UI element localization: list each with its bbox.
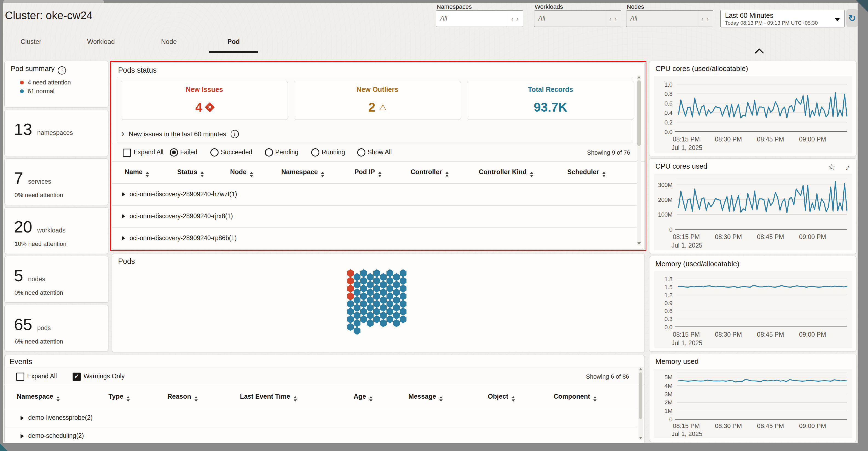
summary-card-namespaces[interactable]: 13namespaces <box>4 110 108 156</box>
pods-col-scheduler[interactable]: Scheduler <box>567 168 606 177</box>
pods-table-row[interactable]: oci-onm-discovery-28909240-rjrx8(1) <box>112 205 637 228</box>
events-col-last-event-time[interactable]: Last Event Time <box>240 393 297 402</box>
pods-col-pod-ip[interactable]: Pod IP <box>354 168 381 177</box>
pod-hex-icon[interactable] <box>386 308 393 315</box>
pods-col-node[interactable]: Node <box>230 168 253 177</box>
stat-card-total-records[interactable]: Total Records93.7K <box>467 81 634 120</box>
warnings-only-checkbox[interactable] <box>72 373 81 381</box>
expand-caret-icon[interactable] <box>122 214 125 219</box>
summary-card-workloads[interactable]: 20workloads10% need attention <box>4 207 108 254</box>
events-col-object[interactable]: Object <box>488 393 515 402</box>
pod-hex-icon[interactable] <box>400 269 406 277</box>
pod-hex-icon[interactable] <box>373 300 380 308</box>
pod-hex-icon[interactable] <box>360 315 367 323</box>
expand-caret-icon[interactable] <box>122 236 125 241</box>
star-icon[interactable]: ☆ <box>828 162 835 172</box>
pod-hex-icon[interactable] <box>347 308 354 315</box>
pod-hex-icon[interactable] <box>373 292 380 300</box>
stat-card-new-issues[interactable]: New Issues4✕ <box>121 81 288 120</box>
events-col-namespace[interactable]: Namespace <box>17 393 60 402</box>
pod-hex-icon[interactable] <box>347 285 354 292</box>
pods-col-controller[interactable]: Controller <box>410 168 448 177</box>
pod-hex-icon[interactable] <box>347 315 354 323</box>
radio-failed[interactable] <box>170 148 178 157</box>
pod-hex-icon[interactable] <box>353 296 361 304</box>
pod-hex-icon[interactable] <box>353 327 361 335</box>
pod-hex-icon[interactable] <box>353 273 361 281</box>
workloads-select[interactable]: All‹› <box>534 10 621 27</box>
pod-hex-icon[interactable] <box>373 315 380 323</box>
pod-hex-icon[interactable] <box>347 323 354 331</box>
pod-hex-icon[interactable] <box>360 285 367 292</box>
refresh-button[interactable]: ↻ <box>846 9 858 27</box>
pod-hex-icon[interactable] <box>386 277 393 285</box>
pod-hex-icon[interactable] <box>360 277 367 285</box>
pod-hex-icon[interactable] <box>393 319 400 327</box>
tab-node[interactable]: Node <box>161 38 177 47</box>
pod-hex-icon[interactable] <box>347 277 354 285</box>
events-expand-all-checkbox[interactable] <box>16 373 24 381</box>
tab-cluster[interactable]: Cluster <box>21 38 41 47</box>
chevron-right-icon[interactable]: › <box>614 15 617 23</box>
pod-hex-icon[interactable] <box>367 281 374 289</box>
pod-hex-icon[interactable] <box>360 269 367 277</box>
pod-hex-icon[interactable] <box>347 292 354 300</box>
pod-hex-icon[interactable] <box>400 285 406 292</box>
pod-hex-icon[interactable] <box>367 304 374 312</box>
pod-hex-icon[interactable] <box>367 288 374 297</box>
pod-hex-icon[interactable] <box>386 269 393 277</box>
pod-hex-icon[interactable] <box>373 285 380 292</box>
pod-hex-icon[interactable] <box>393 296 400 304</box>
radio-show-all[interactable] <box>357 148 365 157</box>
pods-col-namespace[interactable]: Namespace <box>281 168 324 177</box>
pod-hex-icon[interactable] <box>373 269 380 277</box>
pod-hex-icon[interactable] <box>380 288 387 297</box>
pod-hex-icon[interactable] <box>367 311 374 319</box>
new-issues-expander[interactable]: › New issues in the last 60 minutes <box>121 129 239 140</box>
chevron-left-icon[interactable]: ‹ <box>511 15 514 23</box>
radio-pending[interactable] <box>265 148 273 157</box>
tab-pod[interactable]: Pod <box>227 38 240 47</box>
pod-hex-icon[interactable] <box>360 292 367 300</box>
pod-hex-icon[interactable] <box>380 273 387 281</box>
pod-hex-icon[interactable] <box>393 281 400 289</box>
pod-hex-icon[interactable] <box>380 296 387 304</box>
nodes-select[interactable]: All‹› <box>626 10 713 27</box>
pod-hex-icon[interactable] <box>386 292 393 300</box>
radio-running[interactable] <box>311 148 319 157</box>
chevron-left-icon[interactable]: ‹ <box>701 15 704 23</box>
pod-hex-icon[interactable] <box>353 311 361 319</box>
events-col-component[interactable]: Component <box>554 393 596 402</box>
pods-table-row[interactable]: oci-onm-discovery-28909240-h7wzt(1) <box>112 184 637 206</box>
namespaces-select[interactable]: All‹› <box>436 10 523 27</box>
scrollbar-thumb[interactable] <box>639 372 642 419</box>
scroll-down-icon[interactable] <box>638 242 641 245</box>
vertical-scrollbar[interactable] <box>637 75 641 246</box>
pod-hex-icon[interactable] <box>367 319 374 327</box>
pod-hex-icon[interactable] <box>380 311 387 319</box>
pod-hex-icon[interactable] <box>386 285 393 292</box>
pod-hex-icon[interactable] <box>386 315 393 323</box>
summary-card-services[interactable]: 7services0% need attention <box>4 159 108 205</box>
pod-hex-icon[interactable] <box>380 304 387 312</box>
chevron-right-icon[interactable]: › <box>516 15 519 23</box>
pod-hex-icon[interactable] <box>347 300 354 308</box>
pod-hex-icon[interactable] <box>353 304 361 312</box>
expand-caret-icon[interactable] <box>21 416 24 420</box>
info-icon[interactable] <box>230 130 239 138</box>
pod-hex-icon[interactable] <box>400 315 406 323</box>
pod-hex-icon[interactable] <box>360 300 367 308</box>
events-col-age[interactable]: Age <box>353 393 373 402</box>
info-icon[interactable] <box>58 66 66 75</box>
pod-summary-card[interactable]: Pod summary 4 need attention61 normal <box>4 61 108 108</box>
scrollbar-thumb[interactable] <box>638 80 641 146</box>
pods-col-name[interactable]: Name <box>125 168 149 177</box>
pod-hex-icon[interactable] <box>393 273 400 281</box>
chevron-right-icon[interactable]: › <box>706 15 709 23</box>
scroll-down-icon[interactable] <box>639 437 642 439</box>
scroll-up-icon[interactable] <box>639 368 642 370</box>
pod-hex-icon[interactable] <box>400 300 406 308</box>
pods-col-controller-kind[interactable]: Controller Kind <box>479 168 533 177</box>
pod-hex-icon[interactable] <box>380 281 387 289</box>
pod-hex-icon[interactable] <box>373 277 380 285</box>
